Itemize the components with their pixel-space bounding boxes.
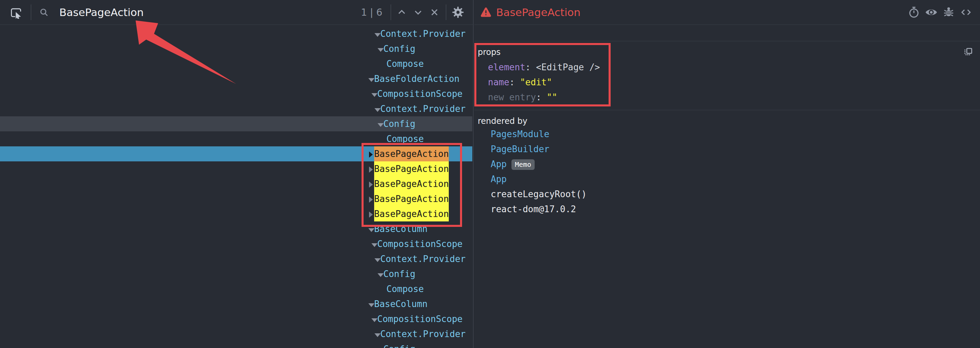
tree-row[interactable]: Compose (0, 131, 472, 146)
tree-row-label: Context.Provider (380, 26, 466, 41)
gear-icon[interactable] (452, 6, 464, 18)
search-input[interactable] (59, 6, 361, 18)
toolbar-divider (446, 5, 446, 20)
tree-row[interactable]: CompositionScope (0, 311, 472, 327)
prop-row[interactable]: new entry: "" (474, 90, 980, 105)
rendered-by-section-label: rendered by (478, 117, 528, 126)
caret-right-icon[interactable] (368, 177, 374, 192)
tree-row-label: Config (383, 267, 415, 281)
caret-down-icon[interactable] (377, 342, 383, 348)
props-section-label: props (478, 48, 501, 57)
memo-badge: Memo (511, 159, 535, 170)
tree-row[interactable]: Config (0, 267, 472, 281)
prop-value[interactable]: "" (547, 92, 557, 102)
caret-down-icon[interactable] (374, 27, 380, 42)
caret-down-icon[interactable] (377, 267, 383, 282)
tree-row-label: Context.Provider (380, 101, 466, 117)
tree-row-label: BasePageAction (374, 206, 449, 222)
tree-row-label: Context.Provider (380, 251, 466, 267)
caret-down-icon[interactable] (377, 42, 383, 57)
tree-row[interactable]: Context.Provider (0, 251, 472, 267)
caret-spacer (380, 132, 387, 147)
tree-row[interactable]: Config (0, 117, 472, 131)
tree-row[interactable]: BasePageAction (0, 146, 472, 161)
caret-down-icon[interactable] (371, 87, 377, 102)
code-brackets-icon[interactable] (959, 6, 972, 19)
chevron-down-icon[interactable] (412, 6, 424, 18)
tree-row-label: Compose (387, 56, 424, 71)
component-tree: Context.ProviderConfigComposeBaseFolderA… (0, 25, 472, 348)
owner-link[interactable]: PageBuilder (491, 144, 549, 154)
prop-colon: : (525, 62, 536, 72)
tree-row[interactable]: BasePageAction (0, 176, 472, 192)
tree-row-label: BasePageAction (374, 176, 449, 192)
inspect-element-icon[interactable] (10, 6, 22, 19)
tree-row-label: CompositionScope (377, 86, 462, 101)
rendered-by-row: PagesModule (474, 126, 980, 142)
rendered-by-row: react-dom@17.0.2 (474, 202, 980, 217)
owner-link[interactable]: App (491, 174, 507, 184)
tree-row[interactable]: Context.Provider (0, 101, 472, 117)
prop-value[interactable]: <EditPage /> (536, 62, 600, 72)
rendered-by-row: createLegacyRoot() (474, 187, 980, 202)
toolbar-divider (390, 5, 391, 20)
inspected-element-panel: BasePageAction (474, 0, 980, 348)
caret-right-icon[interactable] (368, 147, 374, 162)
tree-row-label: BaseColumn (374, 222, 428, 236)
caret-down-icon[interactable] (374, 327, 380, 342)
props-section: props element: <EditPage />name: "edit"n… (474, 41, 980, 110)
owner-label: react-dom@17.0.2 (491, 204, 576, 214)
tree-row[interactable]: BaseColumn (0, 297, 472, 311)
tree-row-label: BaseColumn (374, 297, 428, 311)
owner-label: createLegacyRoot() (491, 189, 587, 199)
tree-row-label: Context.Provider (380, 327, 466, 342)
caret-down-icon[interactable] (368, 72, 374, 87)
inspected-element-header: BasePageAction (474, 0, 980, 25)
tree-row[interactable]: Compose (0, 56, 472, 71)
caret-right-icon[interactable] (368, 162, 374, 177)
tree-row[interactable]: Config (0, 41, 472, 56)
tree-row[interactable]: BasePageAction (0, 192, 472, 206)
inspected-element-subheader (474, 25, 980, 41)
caret-right-icon[interactable] (368, 192, 374, 207)
caret-down-icon[interactable] (377, 117, 383, 132)
stopwatch-icon[interactable] (908, 6, 920, 18)
chevron-up-icon[interactable] (396, 6, 407, 18)
prop-row[interactable]: name: "edit" (474, 75, 980, 90)
tree-row[interactable]: BaseFolderAction (0, 71, 472, 86)
components-tree-panel: 1 | 6 (0, 0, 474, 348)
prop-key: name (488, 77, 509, 87)
tree-row[interactable]: CompositionScope (0, 236, 472, 251)
caret-down-icon[interactable] (368, 222, 374, 237)
tree-row-label: CompositionScope (377, 236, 462, 251)
tree-row[interactable]: Context.Provider (0, 327, 472, 342)
caret-down-icon[interactable] (371, 237, 377, 252)
tree-row[interactable]: BasePageAction (0, 161, 472, 176)
tree-row[interactable]: CompositionScope (0, 86, 472, 101)
prop-key: new entry (488, 92, 536, 102)
tree-row-label: CompositionScope (377, 311, 462, 327)
toolbar-divider (31, 5, 31, 20)
prop-colon: : (536, 92, 547, 102)
caret-down-icon[interactable] (374, 102, 380, 117)
search-icon (39, 7, 49, 18)
caret-down-icon[interactable] (371, 312, 377, 327)
tree-row[interactable]: BasePageAction (0, 206, 472, 222)
tree-row[interactable]: Context.Provider (0, 26, 472, 41)
caret-right-icon[interactable] (368, 207, 374, 222)
caret-down-icon[interactable] (374, 252, 380, 267)
eye-icon[interactable] (925, 6, 938, 19)
caret-down-icon[interactable] (368, 297, 374, 312)
owner-link[interactable]: App (491, 159, 507, 169)
bug-icon[interactable] (942, 6, 955, 18)
prop-row[interactable]: element: <EditPage /> (474, 60, 980, 75)
inspected-component-title: BasePageAction (496, 6, 908, 18)
tree-row[interactable]: Config (0, 342, 472, 348)
props-list: element: <EditPage />name: "edit"new ent… (474, 60, 980, 105)
prop-value[interactable]: "edit" (520, 77, 552, 87)
copy-icon[interactable] (963, 47, 973, 57)
tree-row[interactable]: Compose (0, 281, 472, 297)
close-icon[interactable] (429, 6, 440, 18)
tree-row[interactable]: BaseColumn (0, 222, 472, 236)
owner-link[interactable]: PagesModule (491, 129, 549, 139)
